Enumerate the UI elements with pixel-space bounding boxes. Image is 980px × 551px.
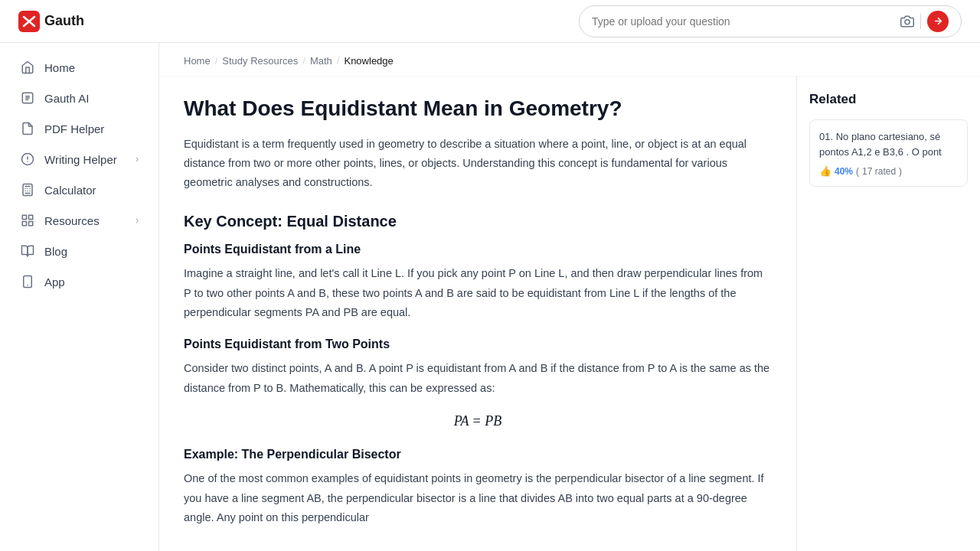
svg-rect-16: [29, 215, 33, 219]
breadcrumb-sep-1: /: [215, 55, 218, 67]
breadcrumb-home[interactable]: Home: [184, 55, 211, 67]
sidebar-item-pdf-helper[interactable]: PDF Helper: [5, 113, 154, 144]
sidebar-item-calculator[interactable]: Calculator: [5, 174, 154, 205]
related-rating-0: 👍 40% (17 rated): [819, 165, 958, 177]
breadcrumb-sep-3: /: [337, 55, 340, 67]
sidebar-item-home[interactable]: Home: [5, 52, 154, 83]
content-area: Home / Study Resources / Math / Knowledg…: [159, 43, 980, 551]
writing-helper-left: Writing Helper: [20, 152, 117, 167]
logo-text: Gauth: [44, 13, 84, 29]
article-content: What Does Equidistant Mean in Geometry? …: [159, 77, 796, 551]
resources-left: Resources: [20, 213, 100, 228]
section-heading-0: Key Concept: Equal Distance: [184, 213, 772, 230]
svg-point-2: [905, 19, 910, 24]
article-title: What Does Equidistant Mean in Geometry?: [184, 95, 772, 122]
sidebar-item-blog[interactable]: Blog: [5, 236, 154, 266]
camera-button[interactable]: [900, 15, 914, 28]
article-intro: Equidistant is a term frequently used in…: [184, 135, 772, 191]
related-card-text-0: 01. No plano cartesiano, sé pontos A1,2 …: [819, 129, 958, 159]
sidebar: Home Gauth AI PDF Helper: [0, 43, 159, 551]
para-0-0: Imagine a straight line, and let's call …: [184, 264, 772, 322]
writing-icon: [20, 152, 35, 167]
blog-icon: [20, 243, 35, 259]
pdf-icon: [20, 121, 35, 136]
sidebar-item-writing-helper[interactable]: Writing Helper ›: [5, 144, 154, 174]
sidebar-label-resources: Resources: [44, 214, 100, 227]
related-title: Related: [809, 92, 968, 107]
app-icon: [20, 274, 35, 289]
ai-icon: [20, 90, 35, 106]
sidebar-item-gauth-ai[interactable]: Gauth AI: [5, 83, 154, 113]
sidebar-item-app[interactable]: App: [5, 266, 154, 297]
related-sidebar: Related 01. No plano cartesiano, sé pont…: [796, 77, 980, 551]
search-divider: [920, 14, 921, 29]
sidebar-label-writing-helper: Writing Helper: [44, 153, 117, 166]
search-submit-button[interactable]: [927, 11, 949, 32]
sub-heading-0-2: Example: The Perpendicular Bisector: [184, 448, 772, 461]
svg-rect-18: [22, 222, 26, 226]
related-card-0[interactable]: 01. No plano cartesiano, sé pontos A1,2 …: [809, 119, 968, 187]
breadcrumb-math[interactable]: Math: [310, 55, 332, 67]
svg-rect-15: [22, 215, 26, 219]
topbar: Gauth: [0, 0, 980, 43]
sidebar-label-app: App: [44, 276, 65, 289]
sidebar-label-pdf-helper: PDF Helper: [44, 122, 104, 135]
para-0-2: One of the most common examples of equid…: [184, 469, 772, 527]
sidebar-label-home: Home: [44, 61, 75, 74]
breadcrumb-sep-2: /: [302, 55, 305, 67]
logo-icon: [18, 11, 40, 32]
calculator-icon: [20, 182, 35, 197]
rating-count: (: [856, 166, 859, 177]
math-formula: PA = PB: [184, 413, 772, 429]
search-input[interactable]: [592, 15, 894, 28]
sub-heading-0-1: Points Equidistant from Two Points: [184, 337, 772, 351]
rating-percent: 40%: [835, 166, 853, 177]
breadcrumb: Home / Study Resources / Math / Knowledg…: [159, 43, 980, 77]
writing-helper-arrow-icon: ›: [136, 154, 139, 165]
sub-heading-0-0: Points Equidistant from a Line: [184, 243, 772, 256]
search-bar: [579, 5, 962, 37]
resources-icon: [20, 213, 35, 228]
home-icon: [20, 60, 35, 75]
sidebar-label-blog: Blog: [44, 245, 67, 258]
sidebar-item-resources[interactable]: Resources ›: [5, 205, 154, 236]
para-0-1: Consider two distinct points, A and B. A…: [184, 359, 772, 398]
sidebar-label-calculator: Calculator: [44, 184, 96, 197]
breadcrumb-study-resources[interactable]: Study Resources: [222, 55, 298, 67]
main-layout: Home Gauth AI PDF Helper: [0, 43, 980, 551]
resources-arrow-icon: ›: [136, 215, 139, 226]
thumbs-up-icon: 👍: [819, 165, 831, 177]
article-layout: What Does Equidistant Mean in Geometry? …: [159, 77, 980, 551]
breadcrumb-knowledge: Knowledge: [344, 55, 393, 67]
sidebar-label-gauth-ai: Gauth AI: [44, 92, 89, 105]
logo[interactable]: Gauth: [18, 11, 84, 32]
svg-rect-17: [29, 222, 33, 226]
